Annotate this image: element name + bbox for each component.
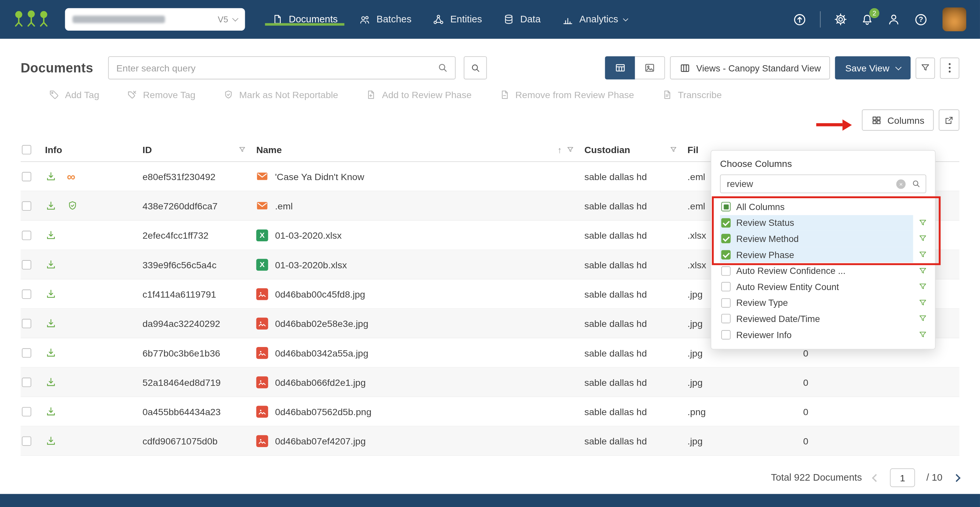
column-option-reviewer-info[interactable]: Reviewer Info [711,327,935,343]
row-checkbox[interactable] [22,289,31,298]
download-icon[interactable] [45,171,57,182]
filter-icon[interactable] [918,266,928,275]
header-info[interactable]: Info [43,145,143,155]
checkbox-checked[interactable] [721,218,730,228]
filter-button[interactable] [915,57,935,79]
download-icon[interactable] [45,288,57,300]
nav-documents[interactable]: Documents [261,13,348,26]
filter-icon[interactable] [918,218,928,228]
filter-icon[interactable] [918,330,928,340]
column-option-review-phase[interactable]: Review Phase [711,247,935,263]
doc-name[interactable]: 0d46bab07ef4207.jpg [275,435,366,446]
filter-icon[interactable] [918,282,928,291]
filter-icon[interactable] [566,146,574,154]
doc-name[interactable]: 0d46bab02e58e3e.jpg [275,318,369,328]
project-selector[interactable]: V5 [65,8,245,30]
doc-name[interactable]: 0d46bab066fd2e1.jpg [275,376,366,387]
checkbox-unchecked[interactable] [721,266,730,275]
row-checkbox[interactable] [22,348,31,357]
row-checkbox[interactable] [22,436,31,445]
download-icon[interactable] [45,200,57,212]
checkbox-unchecked[interactable] [721,330,730,340]
table-row[interactable]: 52a18464ed8d719 0d46bab066fd2e1.jpg sabl… [21,368,959,397]
download-icon[interactable] [45,347,57,359]
download-icon[interactable] [45,406,57,418]
download-icon[interactable] [45,229,57,241]
shield-check-icon[interactable] [67,200,78,211]
search-icon[interactable] [911,179,921,189]
doc-name[interactable]: 'Case Ya Didn't Know [275,171,364,182]
column-option-review-method[interactable]: Review Method [711,231,935,247]
save-view-button[interactable]: Save View [835,56,910,79]
row-checkbox[interactable] [22,230,31,240]
all-columns-checkbox[interactable] [721,202,730,211]
search-button[interactable] [464,56,487,79]
prev-page-button[interactable] [873,472,879,483]
column-option-review-type[interactable]: Review Type [711,295,935,311]
table-row[interactable]: 0a455bb64434a23 0d46bab07562d5b.png sabl… [21,397,959,426]
header-id[interactable]: ID [143,145,256,155]
clear-search-icon[interactable]: × [896,179,905,188]
doc-name[interactable]: 01-03-2020b.xlsx [275,259,347,269]
filter-icon[interactable] [918,314,928,323]
row-checkbox[interactable] [22,260,31,269]
download-icon[interactable] [45,317,57,329]
download-icon[interactable] [45,376,57,388]
select-all-checkbox[interactable] [22,145,31,155]
header-name[interactable]: Name ↑ [256,145,584,155]
column-option-auto-review-confidence[interactable]: Auto Review Confidence ... [711,263,935,279]
row-checkbox[interactable] [22,172,31,181]
gear-icon[interactable] [834,13,848,26]
table-row[interactable]: cdfd90671075d0b 0d46bab07ef4207.jpg sabl… [21,426,959,456]
checkbox-unchecked[interactable] [721,282,730,291]
filter-icon[interactable] [918,298,928,308]
row-checkbox[interactable] [22,377,31,386]
help-icon[interactable]: ? [914,12,928,27]
column-search-input[interactable] [720,174,926,193]
column-option-auto-review-entity-count[interactable]: Auto Review Entity Count [711,279,935,295]
filter-icon[interactable] [669,146,678,154]
filter-icon[interactable] [918,234,928,243]
doc-name[interactable]: 0d46bab0342a55a.jpg [275,348,369,358]
checkbox-checked[interactable] [721,250,730,260]
remove-tag-action[interactable]: Remove Tag [127,89,196,100]
checkbox-unchecked[interactable] [721,314,730,323]
add-tag-action[interactable]: Add Tag [49,89,99,100]
columns-button[interactable]: Columns [862,109,934,131]
add-to-review-phase-action[interactable]: Add to Review Phase [366,89,472,100]
row-checkbox[interactable] [22,407,31,416]
view-selector[interactable]: Views - Canopy Standard View [670,56,830,79]
nav-analytics[interactable]: Analytics [551,13,638,26]
next-page-button[interactable] [954,472,959,483]
search-input[interactable] [108,56,456,79]
all-columns-option[interactable]: All Columns [711,199,935,215]
user-avatar-blurred[interactable] [942,8,966,31]
row-checkbox[interactable] [22,201,31,210]
nav-batches[interactable]: Batches [348,13,422,26]
page-input[interactable] [890,469,915,487]
row-checkbox[interactable] [22,319,31,328]
more-options-button[interactable] [940,57,959,79]
sort-asc-icon[interactable]: ↑ [557,145,562,155]
app-logo[interactable] [13,10,50,29]
mark-not-reportable-action[interactable]: Mark as Not Reportable [223,89,338,100]
image-view-button[interactable] [635,56,665,79]
user-icon[interactable] [887,13,901,26]
filter-icon[interactable] [918,250,928,260]
checkbox-unchecked[interactable] [721,298,730,308]
export-share-icon[interactable] [792,12,807,27]
header-custodian[interactable]: Custodian [584,145,687,155]
nav-entities[interactable]: Entities [422,13,493,26]
doc-name[interactable]: 01-03-2020.xlsx [275,230,342,240]
remove-from-review-phase-action[interactable]: Remove from Review Phase [499,89,634,100]
doc-name[interactable]: 0d46bab00c45fd8.jpg [275,289,365,299]
filter-icon[interactable] [238,146,247,154]
family-link-icon[interactable]: ∞ [67,171,75,182]
export-button[interactable] [939,109,959,131]
download-icon[interactable] [45,435,57,447]
checkbox-checked[interactable] [721,234,730,243]
transcribe-action[interactable]: Transcribe [662,89,722,100]
column-option-review-status[interactable]: Review Status [711,215,935,231]
nav-data[interactable]: Data [493,13,551,26]
doc-name[interactable]: .eml [275,201,293,211]
